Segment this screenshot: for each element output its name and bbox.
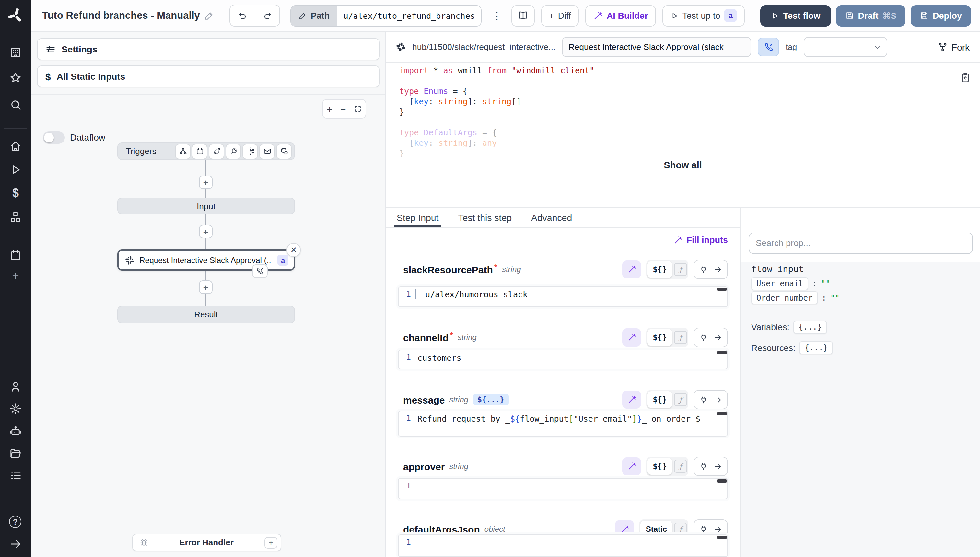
result-node[interactable]: Result xyxy=(117,306,295,323)
account-user-icon[interactable] xyxy=(9,380,22,393)
defaultArgsJson-editor[interactable]: 1 xyxy=(398,534,728,557)
zoom-out-button[interactable]: − xyxy=(340,104,346,114)
path-button[interactable]: Path xyxy=(291,5,337,26)
editor-scrollbar[interactable] xyxy=(717,288,727,291)
tab-advanced[interactable]: Advanced xyxy=(531,208,572,227)
connect-input-group[interactable] xyxy=(694,457,728,476)
deploy-button[interactable]: Deploy xyxy=(911,5,971,26)
search-prop-input[interactable] xyxy=(749,233,973,254)
slack-approval-node[interactable]: Request Interactive Slack Approval (... … xyxy=(117,249,295,271)
schedules-calendar-icon[interactable] xyxy=(9,249,22,262)
search-icon[interactable] xyxy=(9,98,22,111)
home-icon[interactable] xyxy=(9,140,22,153)
template-mode-button[interactable]: ${} xyxy=(647,261,672,278)
favorites-star-icon[interactable] xyxy=(9,71,22,84)
channelId-editor[interactable]: 1 customers xyxy=(398,350,728,369)
copy-code-icon[interactable] xyxy=(959,72,971,83)
http-route-icon[interactable] xyxy=(209,144,224,158)
editor-content[interactable] xyxy=(415,479,727,499)
function-mode-button[interactable]: ƒ xyxy=(674,393,687,406)
suspend-phone-button[interactable] xyxy=(758,37,779,56)
template-mode-button[interactable]: ${} xyxy=(647,329,672,346)
ai-fill-wand-button[interactable] xyxy=(622,391,641,409)
docs-book-button[interactable] xyxy=(511,5,534,26)
sql-poll-icon[interactable] xyxy=(277,144,291,158)
function-mode-button[interactable]: ƒ xyxy=(674,523,687,536)
dataflow-toggle[interactable] xyxy=(43,132,65,144)
code-preview[interactable]: import * as wmill from "windmill-client"… xyxy=(385,63,980,208)
editor-scrollbar[interactable] xyxy=(717,479,727,482)
test-up-to-button[interactable]: Test up to a xyxy=(662,5,745,26)
step-name-input[interactable] xyxy=(562,37,751,57)
fork-button[interactable]: Fork xyxy=(938,42,970,52)
connect-input-group[interactable] xyxy=(694,260,728,279)
tab-step-input[interactable]: Step Input xyxy=(397,208,438,227)
all-static-inputs-button[interactable]: $ All Static Inputs xyxy=(37,65,380,88)
editor-content[interactable]: Refund request by _${flow_input["User em… xyxy=(415,411,727,436)
settings-gear-icon[interactable] xyxy=(9,402,22,415)
runs-play-icon[interactable] xyxy=(9,163,22,176)
path-input[interactable] xyxy=(337,5,480,26)
email-icon[interactable] xyxy=(260,144,274,158)
add-error-handler-button[interactable]: + xyxy=(265,537,278,548)
test-flow-button[interactable]: Test flow xyxy=(761,5,831,26)
function-mode-button[interactable]: ƒ xyxy=(674,331,687,344)
slackResourcePath-editor[interactable]: 1 u/alex/humorous_slack xyxy=(398,286,728,307)
add-step-button[interactable]: + xyxy=(199,225,212,238)
ai-builder-button[interactable]: AI Builder xyxy=(585,5,656,26)
windmill-logo-icon[interactable] xyxy=(7,7,24,24)
tag-select[interactable] xyxy=(804,37,887,57)
webhook-icon[interactable] xyxy=(176,144,190,158)
approver-editor[interactable]: 1 xyxy=(398,478,728,499)
workspace-icon[interactable] xyxy=(9,46,22,59)
remove-step-button[interactable]: ✕ xyxy=(286,243,301,257)
add-plus-icon[interactable]: + xyxy=(9,269,22,282)
editor-scrollbar[interactable] xyxy=(717,351,727,354)
folders-icon[interactable] xyxy=(9,447,22,460)
template-mode-button[interactable]: ${} xyxy=(647,458,672,475)
ai-fill-wand-button[interactable] xyxy=(622,261,641,278)
schedule-calendar-icon[interactable] xyxy=(193,144,207,158)
editor-scrollbar[interactable] xyxy=(717,412,727,415)
add-step-button[interactable]: + xyxy=(199,280,212,294)
fill-inputs-button[interactable]: Fill inputs xyxy=(674,235,728,245)
tab-test-this-step[interactable]: Test this step xyxy=(458,208,512,227)
websocket-plug-icon[interactable] xyxy=(226,144,240,158)
resources-cubes-icon[interactable] xyxy=(9,210,22,223)
ai-fill-wand-button[interactable] xyxy=(622,457,641,476)
triggers-node[interactable]: Triggers xyxy=(117,142,295,160)
ai-robot-icon[interactable] xyxy=(9,425,22,438)
resources-chip[interactable]: {...} xyxy=(799,341,833,354)
prop-key-chip[interactable]: Order number xyxy=(751,292,818,305)
editor-content[interactable]: customers xyxy=(415,350,727,368)
draft-button[interactable]: Draft ⌘S xyxy=(836,5,905,26)
kafka-icon[interactable] xyxy=(243,144,257,158)
undo-button[interactable] xyxy=(230,5,255,26)
editor-scrollbar[interactable] xyxy=(717,536,727,539)
ai-fill-wand-button[interactable] xyxy=(622,328,641,347)
more-kebab-icon[interactable]: ⋮ xyxy=(492,10,502,22)
editor-content[interactable]: u/alex/humorous_slack xyxy=(415,287,727,306)
show-all-button[interactable]: Show all xyxy=(385,160,980,170)
add-step-button[interactable]: + xyxy=(199,176,212,189)
connect-input-group[interactable] xyxy=(694,390,728,409)
template-mode-button[interactable]: ${} xyxy=(647,391,672,408)
suspend-phone-badge[interactable] xyxy=(252,264,268,278)
flow-settings-button[interactable]: Settings xyxy=(37,38,380,60)
variables-chip[interactable]: {...} xyxy=(793,321,827,334)
fit-view-button[interactable] xyxy=(354,105,362,113)
error-handler-node[interactable]: Error Handler + xyxy=(132,534,281,551)
diff-button[interactable]: ± Diff xyxy=(541,5,579,26)
expand-arrow-icon[interactable] xyxy=(9,537,22,550)
input-node[interactable]: Input xyxy=(117,197,295,214)
function-mode-button[interactable]: ƒ xyxy=(674,460,687,473)
audit-logs-icon[interactable] xyxy=(9,469,22,482)
variables-dollar-icon[interactable]: $ xyxy=(9,187,22,199)
connect-input-group[interactable] xyxy=(694,328,728,347)
help-icon[interactable]: ? xyxy=(9,516,22,529)
zoom-in-button[interactable]: + xyxy=(327,104,333,114)
prop-key-chip[interactable]: User email xyxy=(751,277,808,290)
function-mode-button[interactable]: ƒ xyxy=(674,263,687,276)
redo-button[interactable] xyxy=(255,5,280,26)
hub-script-path[interactable]: hub/11500/slack/request_interactive... xyxy=(412,42,555,52)
